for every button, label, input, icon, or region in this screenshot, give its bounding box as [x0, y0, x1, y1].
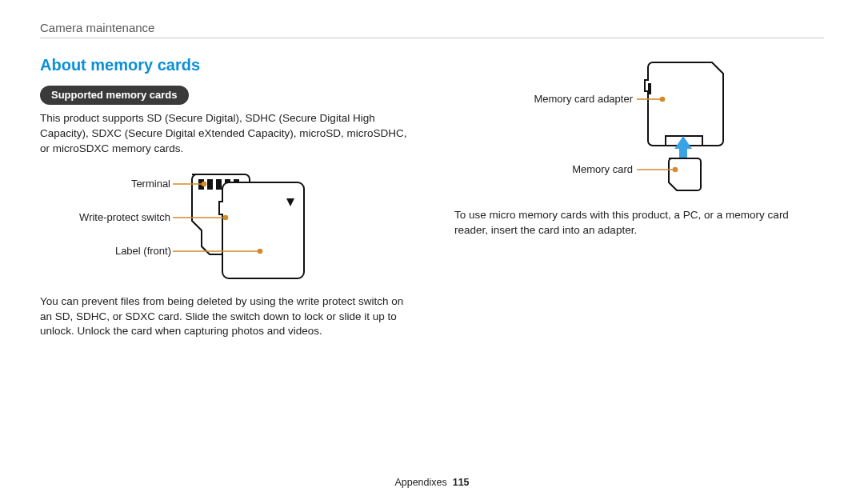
- sd-card-diagram: Terminal Write-protect switch Label (fro…: [40, 160, 400, 288]
- left-column: About memory cards Supported memory card…: [40, 56, 410, 339]
- page-footer: Appendixes 115: [0, 477, 864, 488]
- section-heading: About memory cards: [40, 56, 410, 74]
- svg-rect-1: [207, 179, 213, 190]
- divider: [40, 38, 824, 38]
- svg-point-14: [661, 98, 665, 102]
- footer-section: Appendixes: [394, 477, 446, 488]
- label-write-protect: Write-protect switch: [54, 211, 170, 223]
- write-protect-note: You can prevent files from being deleted…: [40, 294, 410, 340]
- label-memory-card: Memory card: [533, 163, 633, 175]
- footer-page-number: 115: [453, 477, 470, 488]
- svg-point-8: [224, 215, 228, 219]
- svg-rect-2: [216, 179, 222, 190]
- label-adapter: Memory card adapter: [501, 93, 633, 105]
- subsection-pill: Supported memory cards: [40, 86, 189, 105]
- svg-rect-12: [648, 83, 651, 94]
- breadcrumb: Camera maintenance: [40, 21, 824, 34]
- label-terminal: Terminal: [90, 178, 170, 190]
- right-column: Memory card adapter Memory card To use m…: [454, 56, 824, 339]
- content-columns: About memory cards Supported memory card…: [40, 56, 824, 339]
- page-body: Camera maintenance About memory cards Su…: [0, 0, 864, 339]
- label-label-front: Label (front): [75, 245, 171, 257]
- adapter-svg: [454, 56, 822, 200]
- svg-point-10: [258, 249, 262, 253]
- adapter-note: To use micro memory cards with this prod…: [454, 208, 824, 238]
- svg-point-6: [202, 182, 206, 186]
- svg-point-16: [674, 168, 678, 172]
- adapter-diagram: Memory card adapter Memory card: [454, 56, 822, 200]
- intro-paragraph: This product supports SD (Secure Digital…: [40, 111, 410, 157]
